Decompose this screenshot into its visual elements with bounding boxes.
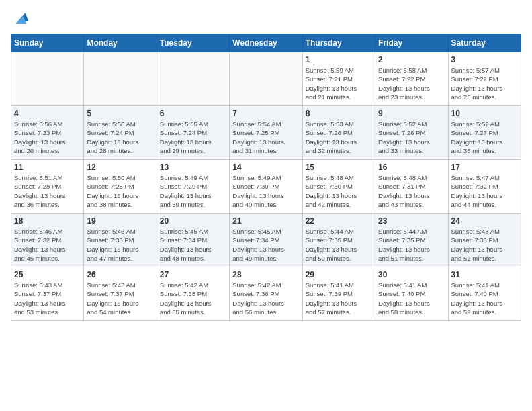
day-info: Sunrise: 5:49 AM Sunset: 7:30 PM Dayligh… bbox=[232, 173, 299, 209]
day-number: 30 bbox=[378, 270, 445, 279]
day-cell: 25Sunrise: 5:43 AM Sunset: 7:37 PM Dayli… bbox=[11, 267, 84, 321]
day-info: Sunrise: 5:53 AM Sunset: 7:26 PM Dayligh… bbox=[306, 120, 372, 155]
day-info: Sunrise: 5:41 AM Sunset: 7:39 PM Dayligh… bbox=[306, 281, 372, 316]
day-info: Sunrise: 5:45 AM Sunset: 7:34 PM Dayligh… bbox=[160, 227, 226, 263]
day-info: Sunrise: 5:46 AM Sunset: 7:33 PM Dayligh… bbox=[87, 227, 153, 263]
day-number: 20 bbox=[160, 216, 226, 226]
day-cell: 10Sunrise: 5:52 AM Sunset: 7:27 PM Dayli… bbox=[448, 106, 521, 160]
day-number: 25 bbox=[14, 270, 81, 279]
day-number: 14 bbox=[232, 163, 299, 172]
day-cell: 29Sunrise: 5:41 AM Sunset: 7:39 PM Dayli… bbox=[302, 267, 375, 321]
day-info: Sunrise: 5:52 AM Sunset: 7:27 PM Dayligh… bbox=[451, 120, 518, 155]
day-header-sunday: Sunday bbox=[11, 34, 84, 52]
day-info: Sunrise: 5:47 AM Sunset: 7:32 PM Dayligh… bbox=[451, 173, 518, 209]
day-number: 6 bbox=[160, 109, 226, 118]
week-row-4: 18Sunrise: 5:46 AM Sunset: 7:32 PM Dayli… bbox=[11, 214, 521, 267]
day-number: 24 bbox=[451, 216, 518, 226]
day-info: Sunrise: 5:55 AM Sunset: 7:24 PM Dayligh… bbox=[160, 120, 226, 155]
day-number: 15 bbox=[306, 163, 372, 172]
day-header-saturday: Saturday bbox=[448, 34, 521, 52]
day-cell: 9Sunrise: 5:52 AM Sunset: 7:26 PM Daylig… bbox=[375, 106, 448, 160]
day-cell: 21Sunrise: 5:45 AM Sunset: 7:34 PM Dayli… bbox=[230, 214, 302, 267]
day-info: Sunrise: 5:43 AM Sunset: 7:37 PM Dayligh… bbox=[87, 281, 153, 316]
day-info: Sunrise: 5:44 AM Sunset: 7:35 PM Dayligh… bbox=[378, 227, 445, 263]
day-info: Sunrise: 5:49 AM Sunset: 7:29 PM Dayligh… bbox=[160, 173, 226, 209]
day-number: 26 bbox=[87, 270, 153, 279]
day-number: 5 bbox=[87, 109, 153, 118]
day-info: Sunrise: 5:48 AM Sunset: 7:31 PM Dayligh… bbox=[378, 173, 445, 209]
day-cell bbox=[157, 52, 229, 106]
day-info: Sunrise: 5:54 AM Sunset: 7:25 PM Dayligh… bbox=[232, 120, 299, 155]
day-number: 3 bbox=[451, 55, 518, 64]
logo bbox=[11, 11, 30, 27]
day-info: Sunrise: 5:41 AM Sunset: 7:40 PM Dayligh… bbox=[451, 281, 518, 316]
day-info: Sunrise: 5:43 AM Sunset: 7:37 PM Dayligh… bbox=[14, 281, 81, 316]
day-info: Sunrise: 5:51 AM Sunset: 7:28 PM Dayligh… bbox=[14, 173, 81, 209]
day-cell: 11Sunrise: 5:51 AM Sunset: 7:28 PM Dayli… bbox=[11, 160, 84, 214]
day-info: Sunrise: 5:48 AM Sunset: 7:30 PM Dayligh… bbox=[306, 173, 372, 209]
day-cell: 22Sunrise: 5:44 AM Sunset: 7:35 PM Dayli… bbox=[302, 214, 375, 267]
day-cell: 6Sunrise: 5:55 AM Sunset: 7:24 PM Daylig… bbox=[157, 106, 229, 160]
day-cell: 17Sunrise: 5:47 AM Sunset: 7:32 PM Dayli… bbox=[448, 160, 521, 214]
day-cell: 24Sunrise: 5:43 AM Sunset: 7:36 PM Dayli… bbox=[448, 214, 521, 267]
day-cell: 7Sunrise: 5:54 AM Sunset: 7:25 PM Daylig… bbox=[230, 106, 302, 160]
day-cell: 14Sunrise: 5:49 AM Sunset: 7:30 PM Dayli… bbox=[230, 160, 302, 214]
day-info: Sunrise: 5:57 AM Sunset: 7:22 PM Dayligh… bbox=[451, 66, 518, 101]
day-number: 17 bbox=[451, 163, 518, 172]
day-info: Sunrise: 5:43 AM Sunset: 7:36 PM Dayligh… bbox=[451, 227, 518, 263]
day-cell bbox=[11, 52, 84, 106]
day-header-friday: Friday bbox=[375, 34, 448, 52]
day-info: Sunrise: 5:59 AM Sunset: 7:21 PM Dayligh… bbox=[306, 66, 372, 101]
logo-icon bbox=[13, 11, 30, 27]
day-info: Sunrise: 5:56 AM Sunset: 7:24 PM Dayligh… bbox=[87, 120, 153, 155]
day-cell bbox=[84, 52, 157, 106]
day-number: 16 bbox=[378, 163, 445, 172]
day-cell: 30Sunrise: 5:41 AM Sunset: 7:40 PM Dayli… bbox=[375, 267, 448, 321]
day-number: 19 bbox=[87, 216, 153, 226]
day-cell: 18Sunrise: 5:46 AM Sunset: 7:32 PM Dayli… bbox=[11, 214, 84, 267]
day-number: 28 bbox=[232, 270, 299, 279]
day-info: Sunrise: 5:45 AM Sunset: 7:34 PM Dayligh… bbox=[232, 227, 299, 263]
week-row-5: 25Sunrise: 5:43 AM Sunset: 7:37 PM Dayli… bbox=[11, 267, 521, 321]
day-header-monday: Monday bbox=[84, 34, 157, 52]
day-cell: 8Sunrise: 5:53 AM Sunset: 7:26 PM Daylig… bbox=[302, 106, 375, 160]
day-cell: 31Sunrise: 5:41 AM Sunset: 7:40 PM Dayli… bbox=[448, 267, 521, 321]
day-number: 8 bbox=[306, 109, 372, 118]
day-number: 12 bbox=[87, 163, 153, 172]
day-cell: 3Sunrise: 5:57 AM Sunset: 7:22 PM Daylig… bbox=[448, 52, 521, 106]
day-cell: 12Sunrise: 5:50 AM Sunset: 7:28 PM Dayli… bbox=[84, 160, 157, 214]
day-info: Sunrise: 5:44 AM Sunset: 7:35 PM Dayligh… bbox=[306, 227, 372, 263]
day-number: 21 bbox=[232, 216, 299, 226]
day-number: 27 bbox=[160, 270, 226, 279]
day-number: 13 bbox=[160, 163, 226, 172]
day-info: Sunrise: 5:46 AM Sunset: 7:32 PM Dayligh… bbox=[14, 227, 81, 263]
day-info: Sunrise: 5:42 AM Sunset: 7:38 PM Dayligh… bbox=[160, 281, 226, 316]
day-info: Sunrise: 5:52 AM Sunset: 7:26 PM Dayligh… bbox=[378, 120, 445, 155]
day-info: Sunrise: 5:58 AM Sunset: 7:22 PM Dayligh… bbox=[378, 66, 445, 101]
day-header-wednesday: Wednesday bbox=[230, 34, 302, 52]
day-number: 10 bbox=[451, 109, 518, 118]
day-cell: 4Sunrise: 5:56 AM Sunset: 7:23 PM Daylig… bbox=[11, 106, 84, 160]
day-header-thursday: Thursday bbox=[302, 34, 375, 52]
day-number: 4 bbox=[14, 109, 81, 118]
day-cell bbox=[230, 52, 302, 106]
day-cell: 5Sunrise: 5:56 AM Sunset: 7:24 PM Daylig… bbox=[84, 106, 157, 160]
day-number: 1 bbox=[306, 55, 372, 64]
day-info: Sunrise: 5:50 AM Sunset: 7:28 PM Dayligh… bbox=[87, 173, 153, 209]
week-row-2: 4Sunrise: 5:56 AM Sunset: 7:23 PM Daylig… bbox=[11, 106, 521, 160]
day-header-tuesday: Tuesday bbox=[157, 34, 229, 52]
day-cell: 20Sunrise: 5:45 AM Sunset: 7:34 PM Dayli… bbox=[157, 214, 229, 267]
day-number: 22 bbox=[306, 216, 372, 226]
day-cell: 23Sunrise: 5:44 AM Sunset: 7:35 PM Dayli… bbox=[375, 214, 448, 267]
day-cell: 15Sunrise: 5:48 AM Sunset: 7:30 PM Dayli… bbox=[302, 160, 375, 214]
day-number: 23 bbox=[378, 216, 445, 226]
day-number: 31 bbox=[451, 270, 518, 279]
day-cell: 2Sunrise: 5:58 AM Sunset: 7:22 PM Daylig… bbox=[375, 52, 448, 106]
day-number: 11 bbox=[14, 163, 81, 172]
day-number: 9 bbox=[378, 109, 445, 118]
day-cell: 1Sunrise: 5:59 AM Sunset: 7:21 PM Daylig… bbox=[302, 52, 375, 106]
day-cell: 16Sunrise: 5:48 AM Sunset: 7:31 PM Dayli… bbox=[375, 160, 448, 214]
day-cell: 19Sunrise: 5:46 AM Sunset: 7:33 PM Dayli… bbox=[84, 214, 157, 267]
page-header bbox=[11, 11, 521, 27]
day-info: Sunrise: 5:56 AM Sunset: 7:23 PM Dayligh… bbox=[14, 120, 81, 155]
